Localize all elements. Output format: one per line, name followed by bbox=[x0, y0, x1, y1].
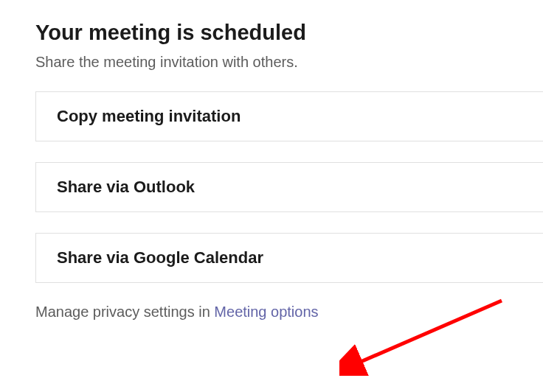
copy-invitation-label: Copy meeting invitation bbox=[57, 107, 241, 125]
footer-prefix: Manage privacy settings in bbox=[35, 304, 214, 320]
share-google-button[interactable]: Share via Google Calendar bbox=[35, 233, 543, 283]
share-google-label: Share via Google Calendar bbox=[57, 248, 263, 267]
footer-text: Manage privacy settings in Meeting optio… bbox=[35, 304, 543, 321]
meeting-options-link[interactable]: Meeting options bbox=[214, 304, 318, 320]
page-title: Your meeting is scheduled bbox=[35, 21, 543, 45]
share-outlook-label: Share via Outlook bbox=[57, 178, 195, 196]
copy-invitation-button[interactable]: Copy meeting invitation bbox=[35, 91, 543, 141]
share-outlook-button[interactable]: Share via Outlook bbox=[35, 162, 543, 212]
page-subtitle: Share the meeting invitation with others… bbox=[35, 54, 543, 71]
